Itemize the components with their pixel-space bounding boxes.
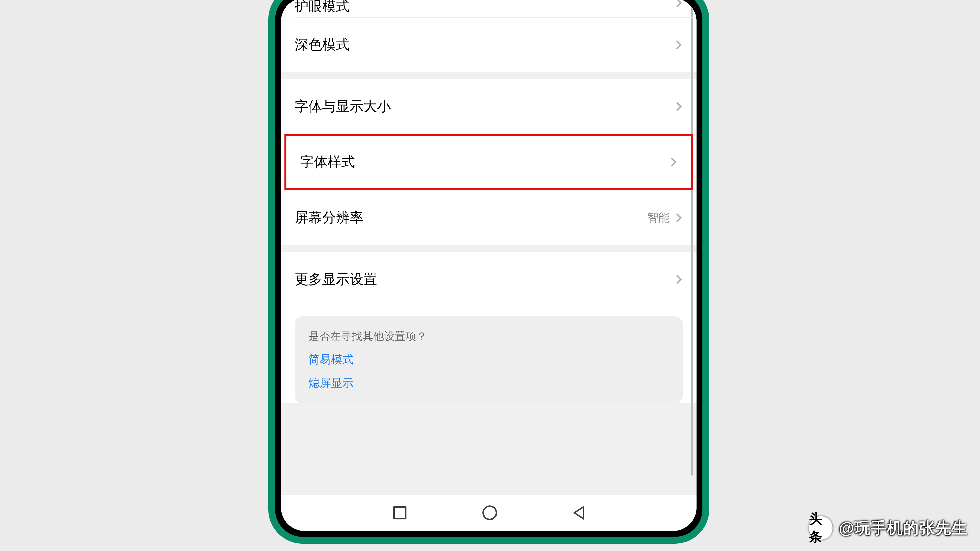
suggestions-title: 是否在寻找其他设置项？ [309, 329, 669, 344]
row-label: 屏幕分辨率 [295, 208, 363, 227]
row-right [674, 276, 683, 283]
power-button [708, 36, 709, 88]
navigation-bar [281, 495, 697, 531]
phone-frame: 护眼模式 深色模式 [268, 0, 709, 544]
settings-row-eye-protection[interactable]: 护眼模式 [281, 0, 697, 17]
chevron-right-icon [673, 275, 682, 284]
row-label: 字体与显示大小 [295, 97, 391, 116]
row-label: 更多显示设置 [295, 270, 377, 289]
row-right: 智能 [647, 210, 683, 225]
row-label: 护眼模式 [295, 0, 350, 12]
suggestion-link-simple-mode[interactable]: 简易模式 [309, 352, 669, 367]
chevron-right-icon [667, 158, 676, 167]
settings-row-font-display-size[interactable]: 字体与显示大小 [281, 79, 697, 134]
settings-group-2: 字体与显示大小 字体样式 屏幕分辨率 智能 [281, 79, 697, 245]
chevron-right-icon [673, 40, 682, 49]
row-label: 字体样式 [300, 153, 355, 171]
settings-row-screen-resolution[interactable]: 屏幕分辨率 智能 [281, 191, 697, 245]
settings-group-1: 护眼模式 深色模式 [281, 0, 697, 72]
row-value: 智能 [647, 210, 670, 225]
row-right [668, 159, 678, 165]
row-right [674, 0, 683, 6]
watermark-logo-text: 头条 [809, 510, 832, 546]
settings-group-3: 更多显示设置 是否在寻找其他设置项？ 简易模式 熄屏显示 [281, 252, 697, 403]
watermark-logo-icon: 头条 [809, 516, 832, 540]
recent-apps-icon[interactable] [393, 506, 406, 519]
home-icon[interactable] [482, 505, 497, 520]
settings-row-font-style[interactable]: 字体样式 [285, 134, 693, 190]
phone-bezel: 护眼模式 深色模式 [278, 0, 700, 534]
phone-screen: 护眼模式 深色模式 [281, 0, 697, 531]
suggestions-box: 是否在寻找其他设置项？ 简易模式 熄屏显示 [295, 316, 683, 403]
chevron-right-icon [673, 102, 682, 111]
watermark: 头条 @玩手机的张先生 [809, 516, 968, 540]
watermark-text: @玩手机的张先生 [839, 518, 968, 539]
chevron-right-icon [673, 0, 682, 7]
row-right [674, 41, 683, 48]
row-right [674, 103, 683, 110]
suggestion-link-aod[interactable]: 熄屏显示 [309, 375, 669, 391]
settings-row-dark-mode[interactable]: 深色模式 [281, 17, 697, 72]
chevron-right-icon [673, 213, 682, 222]
back-icon[interactable] [573, 505, 584, 520]
row-label: 深色模式 [295, 35, 350, 54]
settings-content: 护眼模式 深色模式 [281, 0, 697, 495]
settings-row-more-display[interactable]: 更多显示设置 [281, 252, 697, 306]
